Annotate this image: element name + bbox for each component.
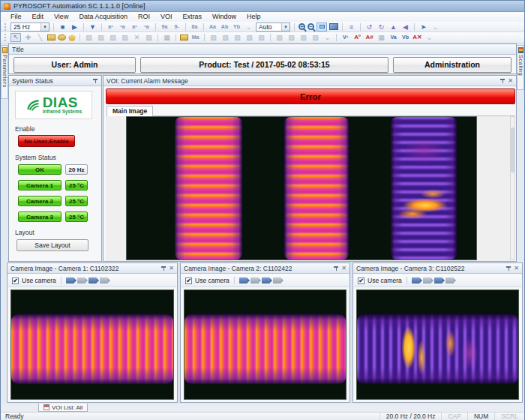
close-icon[interactable]: ✕ — [514, 265, 519, 272]
administration-button[interactable]: Administration — [393, 57, 512, 73]
camera-settings-icon[interactable] — [262, 278, 270, 284]
start-acquisition-icon[interactable]: ▶ — [70, 22, 80, 32]
voi-tool-icon[interactable]: ▨ — [232, 33, 242, 42]
camera-info-icon[interactable] — [100, 278, 108, 284]
roi-tool-icon[interactable]: ▨ — [144, 33, 154, 42]
toolbar-grip[interactable] — [4, 23, 7, 31]
roi-save-icon[interactable] — [180, 34, 188, 40]
alarm-panel-header[interactable]: VOI: Current Alarm Message ✕ — [104, 76, 516, 86]
camera-start-all-icon[interactable]: aº — [130, 22, 140, 32]
roi-tool-icon[interactable]: ▨ — [120, 33, 130, 42]
draw-polygon-icon[interactable] — [68, 34, 76, 41]
camera-settings-icon[interactable] — [88, 278, 97, 284]
alarm-ack-icon[interactable]: Aa — [208, 22, 218, 32]
scrollbar-thumb[interactable] — [511, 128, 514, 172]
rate-status-button[interactable]: 20 Hz — [65, 164, 88, 175]
camera1-panel-header[interactable]: Camera Image - Camera 1: C1102322 ✕ — [8, 263, 177, 274]
window-titlebar[interactable]: PYROSOFT Automation SC 1.1.1.0 [Online] — [1, 1, 524, 12]
tab-main-image[interactable]: Main Image — [106, 106, 153, 116]
draw-line-icon[interactable]: ╲ — [35, 33, 45, 42]
camera1-status-button[interactable]: Camera 1 — [18, 180, 62, 190]
draw-rectangle-icon[interactable] — [47, 34, 56, 40]
image-view-icon[interactable] — [329, 23, 338, 30]
camera-info-icon[interactable] — [273, 278, 281, 284]
toolbar-overflow-icon[interactable]: ⌄ — [322, 33, 332, 42]
delete-roi-icon[interactable]: ✕ — [132, 33, 142, 42]
camera-connect-icon[interactable] — [239, 278, 248, 284]
vertical-scrollbar[interactable] — [510, 116, 515, 260]
toolbar-overflow-icon[interactable]: ⌄ — [430, 22, 440, 32]
close-icon[interactable]: ✕ — [169, 265, 174, 272]
close-icon[interactable]: ✕ — [341, 265, 346, 272]
user-button[interactable]: User: Admin — [14, 57, 136, 73]
camera-connect-icon[interactable] — [66, 278, 74, 284]
camera-stop-icon[interactable]: ºa — [118, 22, 128, 32]
alarm-table-icon[interactable]: ▦ — [376, 33, 386, 42]
camera-settings-icon[interactable] — [434, 278, 442, 284]
zoom-in-icon[interactable]: + — [298, 23, 305, 30]
save-layout-button[interactable]: Save Layout — [16, 239, 88, 251]
pointer-icon[interactable]: ➤ — [418, 22, 428, 32]
voi-group-icon[interactable]: ▨ — [286, 33, 296, 42]
draw-point-icon[interactable]: ✚ — [23, 33, 33, 42]
camera2-thermal-image[interactable] — [184, 290, 346, 400]
snapshot-icon[interactable]: 9a — [160, 22, 170, 32]
voi-assign-a-icon[interactable]: Va — [388, 33, 398, 42]
voi-tool-icon[interactable]: ▨ — [256, 33, 266, 42]
camera-disconnect-icon[interactable] — [423, 278, 431, 284]
menu-help[interactable]: Help — [242, 12, 266, 22]
close-icon[interactable]: ✕ — [508, 77, 513, 84]
roi-tool-icon[interactable]: ▨ — [108, 33, 118, 42]
fit-to-window-icon[interactable] — [316, 22, 327, 32]
main-thermal-image[interactable] — [126, 116, 477, 260]
rotate-left-icon[interactable]: ↺ — [364, 22, 374, 32]
menu-data-acquisition[interactable]: Data Acquisition — [74, 12, 133, 22]
roi-tool-icon[interactable]: ▨ — [96, 33, 106, 42]
pin-icon[interactable] — [500, 77, 506, 84]
camera2-panel-header[interactable]: Camera Image - Camera 2: C1102422 ✕ — [181, 263, 350, 274]
frequency-combo[interactable]: 25 Hz ▾ — [10, 22, 50, 32]
palette-icon[interactable]: ≡ — [346, 22, 356, 32]
pin-icon[interactable] — [506, 265, 512, 272]
camera3-status-button[interactable]: Camera 3 — [18, 212, 62, 222]
system-status-header[interactable]: System Status — [9, 76, 101, 86]
zoom-out-icon[interactable]: − — [308, 23, 314, 30]
use-camera-checkbox[interactable]: ✔ — [12, 278, 19, 284]
camera-connect-icon[interactable] — [412, 278, 420, 284]
scale-mode-combo[interactable]: Auto ▾ — [256, 22, 290, 32]
roi-tool-icon[interactable]: ▨ — [84, 33, 94, 42]
camera3-thermal-image[interactable] — [356, 290, 519, 400]
tab-voi-list[interactable]: VOI List: All — [38, 404, 88, 412]
menu-extras[interactable]: Extras — [177, 12, 207, 22]
camera-disconnect-icon[interactable] — [250, 278, 259, 284]
camera2-temp-button[interactable]: 25 °C — [65, 196, 88, 206]
camera3-panel-header[interactable]: Camera Image - Camera 3: C1102522 ✕ — [353, 263, 522, 274]
camera1-thermal-image[interactable] — [10, 290, 174, 400]
ok-status-button[interactable]: OK — [18, 164, 62, 175]
alarm-test-icon[interactable]: Yb — [232, 22, 242, 32]
menu-roi[interactable]: ROI — [133, 12, 155, 22]
voi-assign-b-icon[interactable]: Vb — [400, 33, 410, 42]
alarm-count-icon[interactable]: A# — [364, 33, 374, 42]
filter-icon[interactable]: ▼ — [88, 22, 98, 32]
roi-load-icon[interactable]: Ma — [190, 33, 200, 42]
camera3-temp-button[interactable]: 25 °C — [65, 212, 88, 222]
camera-stop-all-icon[interactable]: ºa — [142, 22, 152, 32]
roi-grid-icon[interactable]: ▦ — [162, 33, 172, 42]
user-enable-button[interactable]: No User-Enable — [18, 135, 75, 147]
use-camera-checkbox[interactable]: ✔ — [185, 278, 192, 284]
toolbar-overflow-icon[interactable]: ⌄ — [424, 33, 434, 42]
camera2-status-button[interactable]: Camera 2 — [18, 196, 62, 206]
scaling-side-tab[interactable]: Scaling — [517, 45, 524, 90]
toolbar-grip[interactable] — [4, 34, 7, 41]
camera-start-icon[interactable]: aº — [106, 22, 116, 32]
menu-view[interactable]: View — [49, 12, 74, 22]
voi-group-icon[interactable]: ▨ — [310, 33, 320, 42]
use-camera-checkbox[interactable]: ✔ — [358, 278, 364, 284]
flip-vertical-icon[interactable]: ▲ — [388, 22, 398, 32]
voi-group-icon[interactable]: ▨ — [298, 33, 308, 42]
voi-check-icon[interactable]: Vº — [340, 33, 350, 42]
voi-tool-icon[interactable]: ▨ — [220, 33, 230, 42]
menu-file[interactable]: File — [5, 12, 27, 22]
product-button[interactable]: Product: Test / 2017-05-02 08:53:15 — [140, 57, 388, 73]
